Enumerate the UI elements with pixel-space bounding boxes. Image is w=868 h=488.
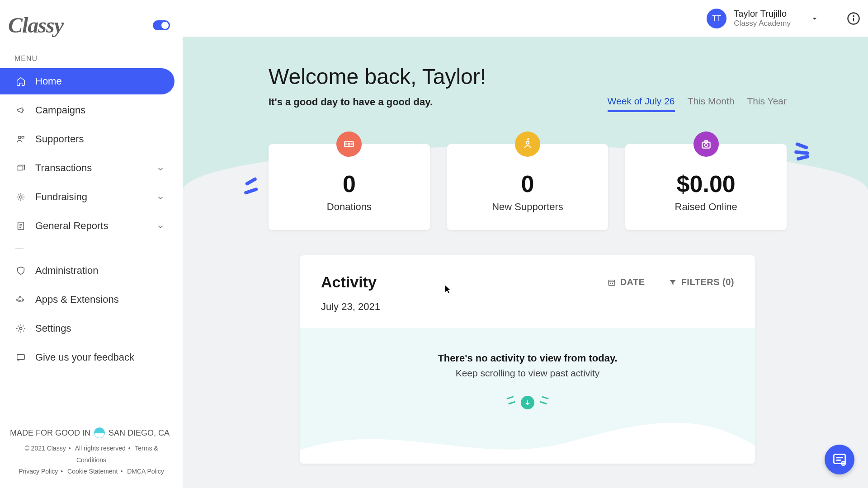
svg-line-27: [798, 157, 807, 159]
raised-label: Raised Online: [634, 201, 778, 213]
puzzle-icon: [15, 294, 26, 305]
svg-point-14: [853, 15, 854, 16]
made-in-line: MADE FOR GOOD IN SAN DIEGO, CA: [10, 427, 173, 438]
svg-line-25: [797, 144, 807, 148]
rights: All rights reserved: [75, 445, 126, 452]
svg-line-16: [246, 189, 256, 193]
range-tabs: Week of July 26 This Month This Year: [608, 96, 787, 112]
svg-point-23: [704, 144, 708, 147]
fundraising-icon: [15, 192, 26, 202]
chevron-down-icon: [156, 164, 165, 172]
sidebar-item-label: Transactions: [35, 162, 92, 174]
mouse-cursor: [445, 286, 451, 294]
card-donations: 0 Donations: [269, 144, 430, 230]
card-supporters: 0 New Supporters: [447, 144, 609, 230]
spark-left-icon: [237, 176, 259, 200]
sidebar-item-supporters[interactable]: Supporters: [0, 126, 175, 152]
gear-icon: [15, 323, 26, 334]
raised-icon: [693, 131, 719, 157]
sidebar-item-apps[interactable]: Apps & Extensions: [0, 286, 175, 313]
svg-rect-1: [17, 166, 23, 170]
activity-header: Activity DATE FILTERS (0): [300, 255, 755, 296]
svg-point-7: [19, 327, 22, 330]
copyright: © 2021 Classy: [24, 445, 66, 452]
megaphone-icon: [15, 105, 26, 116]
range-tab-week[interactable]: Week of July 26: [608, 96, 675, 112]
svg-rect-30: [610, 282, 611, 283]
chevron-down-icon: [156, 193, 165, 201]
help-fab[interactable]: [825, 445, 854, 474]
menu-section-label: MENU: [0, 47, 183, 68]
range-tab-month[interactable]: This Month: [688, 96, 735, 112]
sidebar-item-campaigns[interactable]: Campaigns: [0, 97, 175, 123]
avatar: TT: [707, 9, 726, 28]
svg-line-15: [247, 179, 255, 184]
donations-icon: [336, 131, 362, 157]
calendar-icon: [608, 278, 616, 286]
supporters-icon: [515, 131, 540, 157]
sidebar-item-home[interactable]: Home: [0, 68, 175, 94]
sidebar-item-label: Apps & Extensions: [35, 294, 119, 305]
brand-logo: Classy: [8, 13, 63, 38]
sidebar-item-settings[interactable]: Settings: [0, 315, 175, 342]
wave-icon: [94, 427, 105, 438]
chat-icon: [15, 352, 26, 363]
date-button[interactable]: DATE: [608, 277, 645, 287]
user-name: Taylor Trujillo: [734, 9, 791, 19]
svg-rect-31: [612, 282, 613, 283]
transaction-icon: [15, 163, 26, 174]
sidebar-item-fundraising[interactable]: Fundraising: [0, 184, 175, 210]
user-text: Taylor Trujillo Classy Academy: [734, 9, 791, 28]
svg-rect-8: [17, 355, 25, 360]
svg-point-0: [19, 136, 21, 139]
activity-empty: There's no activity to view from today. …: [300, 328, 755, 464]
activity-controls: DATE FILTERS (0): [608, 277, 734, 287]
sidebar-item-label: Campaigns: [35, 104, 85, 116]
dmca-link[interactable]: DMCA Policy: [127, 468, 164, 475]
footer-links-1: © 2021 Classy• All rights reserved• Term…: [10, 443, 173, 465]
svg-rect-28: [609, 280, 615, 285]
filter-icon: [669, 278, 677, 286]
shield-icon: [15, 265, 26, 276]
svg-point-2: [19, 196, 22, 198]
donations-label: Donations: [278, 201, 421, 213]
svg-line-26: [796, 152, 807, 154]
filters-button[interactable]: FILTERS (0): [669, 277, 734, 287]
card-raised: $0.00 Raised Online: [625, 144, 787, 230]
sidebar-item-administration[interactable]: Administration: [0, 258, 175, 284]
caret-down-icon: [810, 14, 820, 23]
sidebar-header: Classy: [0, 0, 183, 47]
sidebar-item-transactions[interactable]: Transactions: [0, 155, 175, 181]
activity-empty-title: There's no activity to view from today.: [318, 352, 737, 364]
supporters-value: 0: [456, 170, 599, 197]
made-prefix: MADE FOR GOOD IN: [10, 428, 90, 438]
topbar-divider: [837, 5, 837, 32]
activity-empty-sub: Keep scrolling to view past activity: [318, 368, 737, 379]
heart-person-icon: [15, 134, 26, 145]
date-button-label: DATE: [620, 277, 645, 287]
svg-point-18: [348, 143, 350, 145]
primary-nav: Home Campaigns Supporters Transactions F…: [0, 68, 183, 371]
sidebar-footer: MADE FOR GOOD IN SAN DIEGO, CA © 2021 Cl…: [0, 427, 183, 488]
welcome-heading: Welcome back, Taylor!: [269, 64, 787, 89]
footer-links-2: Privacy Policy• Cookie Statement• DMCA P…: [10, 466, 173, 477]
sidebar-item-label: Fundraising: [35, 191, 87, 203]
report-icon: [15, 221, 26, 231]
range-tab-year[interactable]: This Year: [747, 96, 787, 112]
scroll-down-button[interactable]: [521, 396, 534, 409]
privacy-link[interactable]: Privacy Policy: [19, 468, 58, 475]
sidebar-item-feedback[interactable]: Give us your feedback: [0, 344, 175, 371]
chevron-down-icon: [156, 222, 165, 230]
sidebar-toggle[interactable]: [153, 20, 170, 30]
topbar: TT Taylor Trujillo Classy Academy: [183, 0, 868, 37]
made-city: SAN DIEGO, CA: [108, 428, 170, 438]
sidebar-item-label: General Reports: [35, 220, 108, 232]
raised-value: $0.00: [634, 170, 778, 197]
info-button[interactable]: [845, 10, 862, 27]
user-menu[interactable]: TT Taylor Trujillo Classy Academy: [707, 9, 832, 28]
sidebar-item-label: Settings: [35, 323, 71, 334]
sidebar-item-reports[interactable]: General Reports: [0, 213, 175, 239]
home-icon: [15, 76, 26, 87]
cookie-link[interactable]: Cookie Statement: [67, 468, 118, 475]
sidebar-item-label: Supporters: [35, 133, 84, 145]
